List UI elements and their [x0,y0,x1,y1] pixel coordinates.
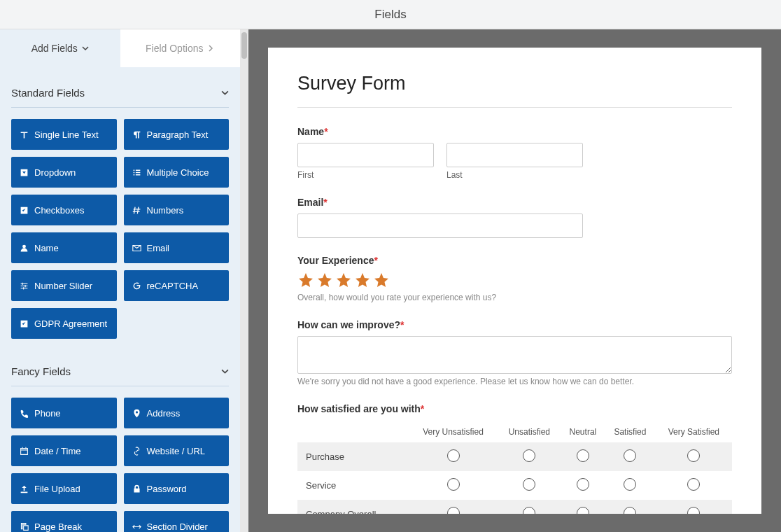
panel-title: Standard Fields [11,87,85,99]
field-single-line-text[interactable]: Single Line Text [11,119,117,150]
envelope-icon [132,244,141,253]
field-number-slider[interactable]: Number Slider [11,270,117,301]
field-paragraph-text[interactable]: Paragraph Text [124,119,230,150]
arrows-h-icon [132,522,141,531]
star-icon[interactable] [335,272,352,288]
check-square-icon [20,319,29,328]
chevron-down-icon [82,45,89,52]
likert-radio[interactable] [624,507,636,514]
form-field-likert: How satisfied are you with* Very Unsatis… [297,403,732,514]
scrollbar-thumb[interactable] [241,32,247,59]
likert-label: How satisfied are you with* [297,403,732,414]
required-asterisk: * [374,255,377,266]
likert-table: Very Unsatisfied Unsatisfied Neutral Sat… [297,421,732,514]
sidebar-scrollbar[interactable] [240,29,248,532]
google-icon [132,281,141,290]
star-rating[interactable] [297,272,732,288]
required-asterisk: * [400,319,404,330]
likert-header-row: Very Unsatisfied Unsatisfied Neutral Sat… [297,421,732,442]
likert-col-header: Very Unsatisfied [409,421,498,442]
field-numbers[interactable]: Numbers [124,195,230,225]
fancy-field-grid: Phone Address Date / Time Website / URL … [11,398,229,532]
check-square-icon [20,206,29,215]
likert-radio[interactable] [577,449,589,462]
likert-radio[interactable] [523,478,535,491]
panel-toggle-standard[interactable]: Standard Fields [11,77,229,108]
likert-col-header: Unsatisfied [498,421,561,442]
sliders-icon [20,281,29,290]
likert-radio[interactable] [624,478,636,491]
star-icon[interactable] [354,272,371,288]
user-icon [20,244,29,253]
likert-radio[interactable] [687,478,700,491]
link-icon [132,447,141,456]
star-icon[interactable] [316,272,333,288]
tab-field-options[interactable]: Field Options [120,29,241,67]
page-header: Fields [0,0,781,29]
field-phone[interactable]: Phone [11,398,117,428]
panel-title: Fancy Fields [11,365,71,377]
improve-textarea[interactable] [297,336,732,374]
likert-col-header: Satisfied [605,421,656,442]
likert-radio[interactable] [447,449,460,462]
field-email[interactable]: Email [124,232,230,263]
sidebar-tabs: Add Fields Field Options [0,29,240,67]
likert-row-label: Purchase [297,442,409,471]
chevron-right-icon [207,45,214,52]
standard-field-grid: Single Line Text Paragraph Text Dropdown… [11,119,229,343]
paragraph-icon [132,130,141,139]
name-label: Name* [297,126,732,137]
likert-radio[interactable] [687,449,700,462]
form-title: Survey Form [297,73,732,108]
likert-radio[interactable] [523,507,535,514]
last-name-input[interactable] [446,143,583,167]
tab-add-fields[interactable]: Add Fields [0,29,120,67]
likert-radio[interactable] [624,449,636,462]
last-name-col: Last [446,143,583,180]
star-icon[interactable] [297,272,314,288]
chevron-down-icon [221,89,229,97]
likert-row-label: Service [297,471,409,500]
star-icon[interactable] [373,272,390,288]
hash-icon [132,206,141,215]
tab-label: Add Fields [31,43,78,54]
email-input[interactable] [297,214,583,238]
field-dropdown[interactable]: Dropdown [11,157,117,188]
email-label: Email* [297,197,732,208]
likert-row: Company Overall [297,500,732,514]
page-title: Fields [374,8,406,22]
likert-radio[interactable] [577,478,589,491]
copy-icon [20,522,29,531]
field-date-time[interactable]: Date / Time [11,435,117,466]
chevron-down-icon [221,368,229,375]
field-recaptcha[interactable]: reCAPTCHA [124,270,230,301]
panel-fancy-fields: Fancy Fields Phone Address Date / Time W… [0,346,240,532]
field-file-upload[interactable]: File Upload [11,473,117,504]
panel-toggle-fancy[interactable]: Fancy Fields [11,356,229,386]
form-field-email: Email* [297,197,732,238]
field-gdpr-agreement[interactable]: GDPR Agreement [11,308,117,339]
likert-row-label: Company Overall [297,500,409,514]
field-name[interactable]: Name [11,232,117,263]
field-section-divider[interactable]: Section Divider [124,511,230,532]
experience-hint: Overall, how would you rate your experie… [297,293,732,302]
first-name-input[interactable] [297,143,434,167]
list-icon [132,168,141,177]
first-name-col: First [297,143,434,180]
likert-radio[interactable] [447,478,460,491]
likert-radio[interactable] [577,507,589,514]
experience-label: Your Experience* [297,255,732,266]
phone-icon [20,409,29,418]
field-address[interactable]: Address [124,398,230,428]
field-website-url[interactable]: Website / URL [124,435,230,466]
improve-label: How can we improve?* [297,319,732,330]
field-page-break[interactable]: Page Break [11,511,117,532]
field-checkboxes[interactable]: Checkboxes [11,195,117,225]
form-card: Survey Form Name* First Last Email* [268,48,761,514]
likert-radio[interactable] [687,507,700,514]
likert-radio[interactable] [447,507,460,514]
field-multiple-choice[interactable]: Multiple Choice [124,157,230,188]
likert-radio[interactable] [523,449,535,462]
panel-standard-fields: Standard Fields Single Line Text Paragra… [0,67,240,346]
field-password[interactable]: Password [124,473,230,504]
